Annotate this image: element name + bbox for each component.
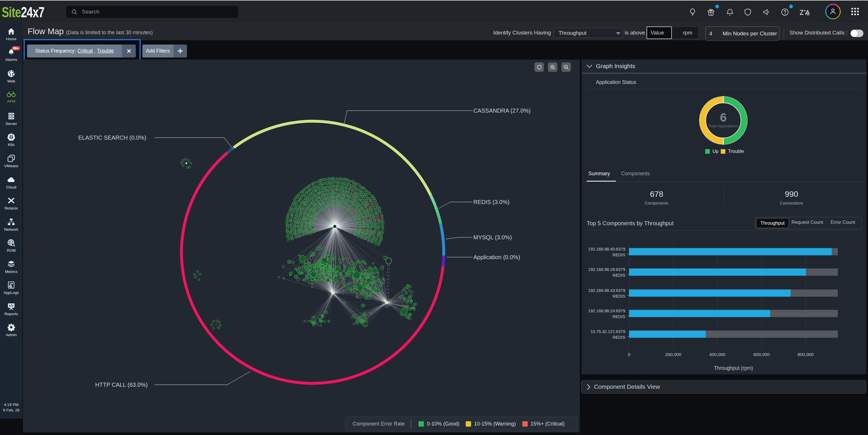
svg-text:MYSQL (3.0%): MYSQL (3.0%) [473,234,512,240]
svg-text:REDIS: REDIS [613,273,625,277]
svg-text:200,000: 200,000 [665,352,681,357]
svg-text:CASSANDRA (27.0%): CASSANDRA (27.0%) [473,107,531,114]
svg-text:192.168.98.43:6379: 192.168.98.43:6379 [588,288,625,293]
svg-text:400,000: 400,000 [709,352,725,357]
svg-text:REDIS: REDIS [613,253,625,257]
svg-text:192.168.98.24:6379: 192.168.98.24:6379 [588,309,625,313]
svg-text:10.75.32.121:6379: 10.75.32.121:6379 [590,329,625,334]
svg-text:REDIS: REDIS [613,294,625,299]
svg-text:REDIS (3.0%): REDIS (3.0%) [473,199,509,205]
svg-text:800,000: 800,000 [798,352,814,357]
svg-text:0: 0 [628,352,630,357]
svg-text:REDIS: REDIS [613,314,625,319]
svg-text:Throughput (rpm): Throughput (rpm) [714,365,753,371]
svg-text:600,000: 600,000 [753,352,770,357]
svg-text:192.168.98.26:6379: 192.168.98.26:6379 [588,267,625,272]
svg-text:192.168.98.45:6379: 192.168.98.45:6379 [588,247,625,252]
svg-text:HTTP CALL (63.0%): HTTP CALL (63.0%) [95,381,148,388]
svg-text:Application (0.0%): Application (0.0%) [473,254,520,260]
svg-text:ELASTIC SEARCH (0.0%): ELASTIC SEARCH (0.0%) [78,134,146,141]
svg-text:REDIS: REDIS [613,335,625,340]
